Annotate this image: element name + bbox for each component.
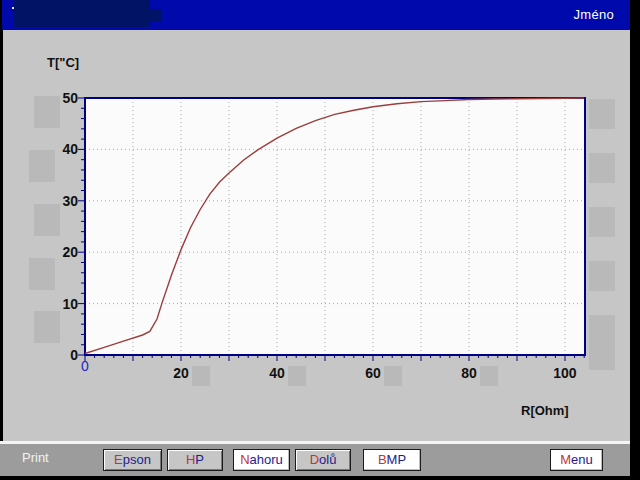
- x-tick-label: 40: [255, 365, 299, 381]
- bottom-bar: Print Epson HP Nahoru Dolů BMP Menu: [0, 444, 630, 476]
- nahoru-button-accel: N: [240, 452, 249, 467]
- hp-button[interactable]: HP: [167, 449, 223, 471]
- hp-button-accel: H: [186, 452, 195, 467]
- x-tick-label: 60: [351, 365, 395, 381]
- x-tick-label: 0: [81, 358, 89, 374]
- epson-button[interactable]: Epson: [103, 449, 162, 471]
- title-bar: Jméno: [2, 0, 630, 30]
- bmp-button-rest: MP: [387, 452, 407, 467]
- menu-button[interactable]: Menu: [550, 449, 603, 471]
- y-tick-label: 0: [36, 347, 78, 363]
- menu-button-rest: enu: [571, 452, 593, 467]
- window-title: Jméno: [573, 7, 614, 22]
- x-axis-title: R[Ohm]: [521, 403, 569, 418]
- y-tick-label: 30: [36, 193, 78, 209]
- dolu-button-rest: olů: [319, 452, 336, 467]
- bmp-button[interactable]: BMP: [363, 449, 421, 471]
- titlebar-cursor-dot: [12, 7, 14, 9]
- x-tick-label: 80: [447, 365, 491, 381]
- plot-background: [85, 98, 585, 355]
- x-tick-label: 100: [543, 365, 587, 381]
- bmp-button-accel: B: [378, 452, 387, 467]
- epson-button-accel: E: [114, 452, 123, 467]
- app-screen: Jméno T["C] R[Ohm] Print Epson HP Nahoru…: [0, 0, 640, 480]
- ghost-patch: [34, 204, 60, 236]
- screen-bottom-border: [0, 476, 640, 480]
- nahoru-button-rest: ahoru: [250, 452, 283, 467]
- y-tick-label: 10: [36, 296, 78, 312]
- hp-button-rest: P: [195, 452, 204, 467]
- print-label: Print: [22, 450, 49, 465]
- menu-button-accel: M: [560, 452, 571, 467]
- epson-button-rest: pson: [123, 452, 151, 467]
- dolu-button-accel: D: [310, 452, 319, 467]
- chart-plot: [75, 96, 597, 368]
- titlebar-artifact-small: [150, 9, 162, 22]
- y-tick-label: 40: [36, 141, 78, 157]
- ghost-patch: [34, 311, 60, 343]
- titlebar-artifact: [14, 0, 150, 27]
- dolu-button[interactable]: Dolů: [295, 449, 351, 471]
- y-tick-label: 20: [36, 244, 78, 260]
- ghost-patch: [29, 258, 55, 290]
- y-tick-label: 50: [36, 90, 78, 106]
- y-axis-title: T["C]: [47, 55, 79, 70]
- x-tick-label: 20: [159, 365, 203, 381]
- nahoru-button[interactable]: Nahoru: [233, 449, 290, 471]
